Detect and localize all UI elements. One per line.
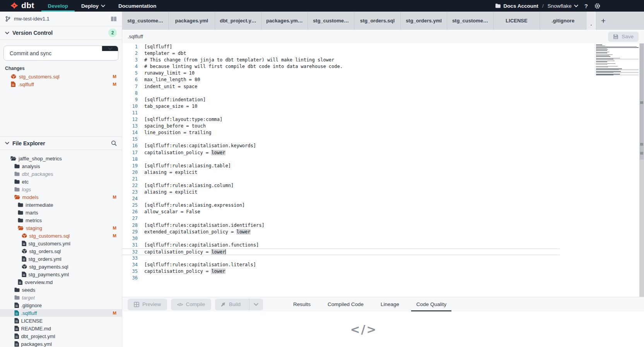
code-line[interactable]: 21 bbox=[122, 176, 644, 182]
file-tree-row[interactable]: target bbox=[0, 294, 122, 301]
editor-tab[interactable]: .gitignore bbox=[540, 12, 586, 30]
search-icon[interactable] bbox=[111, 140, 117, 146]
code-line[interactable]: 3 # This change (from jinja to dbt templ… bbox=[122, 57, 644, 63]
code-line[interactable]: 18 bbox=[122, 156, 644, 163]
bottom-tab[interactable]: Lineage bbox=[376, 297, 404, 311]
file-tree-row[interactable]: stg_payments.sql bbox=[0, 263, 122, 270]
code-line[interactable]: 20 aliasing = explicit bbox=[122, 169, 644, 176]
code-line[interactable]: 5 runaway_limit = 10 bbox=[122, 70, 644, 77]
commit-options-button[interactable] bbox=[102, 46, 118, 51]
help-button[interactable]: ? bbox=[582, 3, 590, 9]
code-line[interactable]: 7 indent_unit = space bbox=[122, 83, 644, 90]
code-line[interactable]: 10 tab_space_size = 10 bbox=[122, 103, 644, 110]
code-line[interactable]: 13 spacing_before = touch bbox=[122, 123, 644, 129]
code-line[interactable]: 34 [sqlfluff:rules:capitalisation.litera… bbox=[122, 262, 644, 268]
code-line[interactable]: 12 [sqlfluff:layout:type:comma] bbox=[122, 116, 644, 123]
code-line[interactable]: 26 allow_scalar = False bbox=[122, 209, 644, 215]
overflow-tab[interactable]: . bbox=[586, 12, 596, 30]
editor-tab[interactable]: stg_custome… bbox=[447, 12, 494, 30]
build-dropdown-button[interactable] bbox=[249, 299, 263, 310]
editor-tab[interactable]: stg_custome… bbox=[308, 12, 354, 30]
code-line[interactable]: 14 line_position = trailing bbox=[122, 129, 644, 136]
code-line[interactable]: 15 bbox=[122, 136, 644, 143]
file-tree-row[interactable]: packages.yml bbox=[0, 340, 122, 347]
code-line[interactable]: 35 capitalisation_policy = lower bbox=[122, 268, 644, 275]
code-line[interactable]: 29 extended_capitalisation_policy = lowe… bbox=[122, 229, 644, 235]
file-tree-row[interactable]: seeds bbox=[0, 286, 122, 294]
topnav-item[interactable]: Deploy bbox=[75, 0, 112, 12]
new-tab-button[interactable]: + bbox=[596, 12, 610, 30]
changed-file-row[interactable]: stg_customers.sql M bbox=[0, 73, 122, 80]
file-tree-row[interactable]: staging M bbox=[0, 224, 122, 232]
file-tree-row[interactable]: .sqlfluff M bbox=[0, 309, 122, 317]
editor-tab[interactable]: stg_orders.sql bbox=[354, 12, 401, 30]
build-main[interactable]: Build bbox=[215, 299, 246, 310]
code-line[interactable]: 4 # because linting will first compile d… bbox=[122, 63, 644, 70]
save-button[interactable]: Save bbox=[608, 32, 639, 42]
file-explorer-header[interactable]: File Explorer bbox=[0, 136, 122, 150]
code-line[interactable]: 36 bbox=[122, 275, 644, 281]
code-line[interactable]: 1 [sqlfluff] bbox=[122, 44, 644, 50]
file-tree-row[interactable]: models M bbox=[0, 193, 122, 201]
file-tree-row[interactable]: stg_customers.sql M bbox=[0, 232, 122, 240]
preview-button[interactable]: Preview bbox=[128, 299, 167, 310]
editor-tab[interactable]: stg_custome… bbox=[122, 12, 169, 30]
file-tree-row[interactable]: etc bbox=[0, 178, 122, 185]
file-tree-row[interactable]: overview.md bbox=[0, 278, 122, 286]
editor-tab[interactable]: dbt_project.y… bbox=[215, 12, 261, 30]
code-line[interactable]: 31 [sqlfluff:rules:capitalisation.functi… bbox=[122, 242, 644, 248]
branch-row[interactable]: mw-test-idev1.1 bbox=[0, 12, 122, 26]
connection-selector[interactable]: Snowflake bbox=[548, 3, 578, 9]
code-line[interactable]: 16 [sqlfluff:rules:capitalisation.keywor… bbox=[122, 143, 644, 149]
file-tree-row[interactable]: stg_orders.sql bbox=[0, 247, 122, 255]
code-line[interactable]: 22 [sqlfluff:rules:aliasing.column] bbox=[122, 182, 644, 189]
bottom-tab[interactable]: Results bbox=[288, 297, 316, 311]
code-line[interactable]: 32 capitalisation_policy = lower bbox=[122, 248, 560, 255]
editor-scrollbar[interactable] bbox=[639, 43, 644, 297]
code-line[interactable]: 28 [sqlfluff:rules:capitalisation.identi… bbox=[122, 222, 644, 229]
code-line[interactable]: 25 [sqlfluff:rules:aliasing.expression] bbox=[122, 202, 644, 209]
file-tree-row[interactable]: logs bbox=[0, 185, 122, 193]
file-tree-row[interactable]: stg_customers.yml bbox=[0, 240, 122, 247]
file-tree-row[interactable]: LICENSE bbox=[0, 317, 122, 325]
file-tree-row[interactable]: README.md bbox=[0, 325, 122, 332]
code-line[interactable]: 27 bbox=[122, 215, 644, 222]
dbt-logo[interactable]: dbt bbox=[0, 0, 41, 12]
topnav-item[interactable]: Develop bbox=[41, 0, 75, 12]
code-line[interactable]: 24 bbox=[122, 196, 644, 202]
code-line[interactable]: 9 [sqlfluff:indentation] bbox=[122, 97, 644, 103]
minimap[interactable] bbox=[596, 44, 639, 77]
file-tree-row[interactable]: stg_payments.yml bbox=[0, 270, 122, 278]
bottom-tab[interactable]: Code Quality bbox=[411, 297, 451, 311]
code-line[interactable]: 23 aliasing = explicit bbox=[122, 189, 644, 196]
editor-tab[interactable]: packages.yml bbox=[169, 12, 215, 30]
settings-gear-icon[interactable] bbox=[594, 3, 601, 9]
file-tree-row[interactable]: .gitignore bbox=[0, 301, 122, 309]
build-button[interactable]: Build bbox=[215, 299, 263, 310]
account-switcher[interactable]: Docs Account / Snowflake bbox=[495, 3, 578, 9]
code-line[interactable]: 11 bbox=[122, 110, 644, 116]
topnav-item[interactable]: Documentation bbox=[112, 0, 163, 12]
commit-and-sync-button[interactable]: Commit and sync bbox=[3, 46, 118, 61]
file-tree-row[interactable]: marts bbox=[0, 209, 122, 216]
editor-tab[interactable]: stg_orders.yml bbox=[401, 12, 447, 30]
file-tree-row[interactable]: intermediate bbox=[0, 201, 122, 209]
code-line[interactable]: 19 [sqlfluff:rules:aliasing.table] bbox=[122, 163, 644, 169]
code-line[interactable]: 6 max_line_length = 80 bbox=[122, 77, 644, 83]
panels-icon[interactable] bbox=[111, 16, 117, 22]
editor-tab[interactable]: packages.ym… bbox=[261, 12, 308, 30]
code-line[interactable]: 2 templater = dbt bbox=[122, 50, 644, 57]
code-line[interactable]: 17 capitalisation_policy = lower bbox=[122, 150, 644, 156]
code-editor[interactable]: 1 [sqlfluff] 2 templater = dbt 3 # This … bbox=[122, 43, 644, 297]
code-line[interactable]: 8 bbox=[122, 90, 644, 97]
code-line[interactable]: 33 bbox=[122, 255, 644, 262]
version-control-header[interactable]: Version Control 2 bbox=[0, 26, 122, 40]
file-tree-row[interactable]: metrics bbox=[0, 216, 122, 224]
file-tree-row[interactable]: dbt_packages bbox=[0, 170, 122, 178]
compile-button[interactable]: </> Compile bbox=[171, 299, 211, 310]
editor-tab[interactable]: LICENSE bbox=[494, 12, 540, 30]
file-tree-row[interactable]: dbt_project.yml bbox=[0, 332, 122, 340]
file-tree-row[interactable]: stg_orders.yml bbox=[0, 255, 122, 263]
file-tree-row[interactable]: analysis bbox=[0, 162, 122, 170]
bottom-tab[interactable]: Compiled Code bbox=[323, 297, 369, 311]
